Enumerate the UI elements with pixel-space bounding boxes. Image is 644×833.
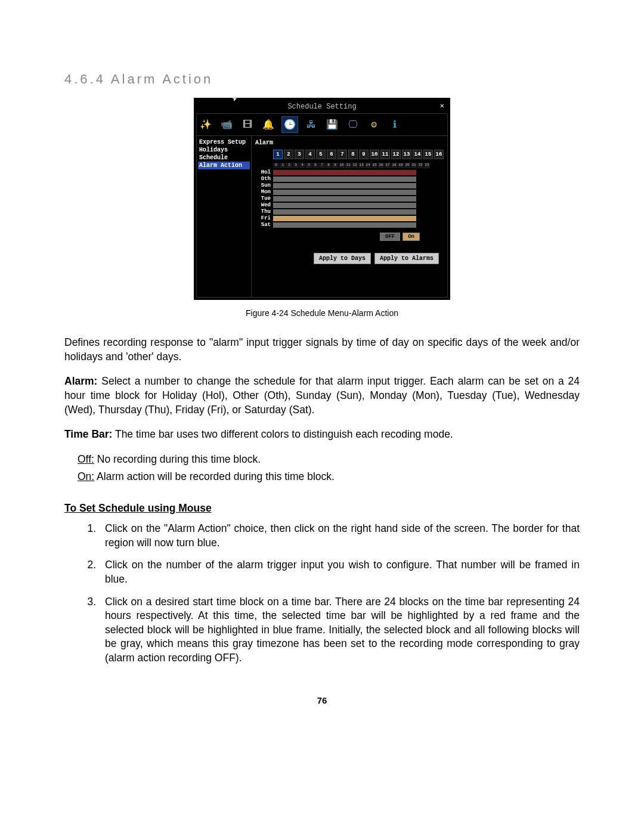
time-bar[interactable] [273, 196, 416, 202]
main-panel: Alarm 12345678910111213141516 0123456789… [252, 136, 447, 297]
off-line: Off: No recording during this time block… [78, 453, 580, 467]
alarm-number-7[interactable]: 7 [338, 150, 347, 159]
day-row-sun: Sun [255, 182, 444, 188]
alarm-number-10[interactable]: 10 [370, 150, 379, 159]
alarm-number-row: 12345678910111213141516 [273, 150, 444, 159]
day-label: Thu [255, 209, 273, 215]
day-row-wed: Wed [255, 202, 444, 208]
day-row-fri: Fri [255, 215, 444, 221]
hour-cell: 13 [358, 163, 365, 168]
alarm-number-8[interactable]: 8 [348, 150, 358, 159]
hour-cell: 17 [385, 163, 391, 168]
hour-cell: 4 [299, 163, 306, 168]
info-icon[interactable]: ℹ [387, 117, 402, 132]
sidebar-item-schedule[interactable]: Schedule [198, 154, 250, 162]
day-label: Sun [255, 182, 273, 188]
steps-list: Click on the "Alarm Action" choice, then… [64, 522, 580, 665]
alarm-number-16[interactable]: 16 [434, 150, 444, 159]
step-1: Click on the "Alarm Action" choice, then… [99, 522, 580, 550]
hour-cell: 2 [286, 163, 293, 168]
apply-to-alarms-button[interactable]: Apply to Alarms [374, 253, 439, 264]
reel-icon[interactable]: 🎞 [240, 117, 255, 132]
step-2: Click on the number of the alarm trigger… [99, 558, 580, 586]
hour-cell: 7 [319, 163, 326, 168]
schedule-icon[interactable]: 🕒 [281, 116, 298, 133]
day-label: Mon [255, 189, 273, 195]
hour-cell: 14 [365, 163, 371, 168]
alarm-number-2[interactable]: 2 [284, 150, 293, 159]
day-label: Hol [255, 169, 273, 175]
time-bar[interactable] [273, 170, 416, 175]
timebar-paragraph: Time Bar: The time bar uses two differen… [64, 428, 580, 442]
alarm-number-13[interactable]: 13 [402, 150, 411, 159]
hour-cell: 23 [424, 163, 431, 168]
time-bar[interactable] [273, 176, 416, 182]
network-icon[interactable]: 🖧 [304, 117, 319, 132]
hour-cell: 15 [371, 163, 378, 168]
sidebar-item-holidays[interactable]: Holidays [198, 146, 250, 154]
off-label: Off: [78, 453, 94, 465]
app-window: ➤ Schedule Setting ✕ ✨ 📹 🎞 🔔 🕒 🖧 💾 🖵 ⚙ ℹ… [194, 98, 450, 300]
day-rows: HolOthSunMonTueWedThuFriSat [255, 169, 444, 228]
off-text: No recording during this time block. [94, 453, 261, 465]
alarm-number-3[interactable]: 3 [295, 150, 304, 159]
time-bar[interactable] [273, 183, 416, 188]
monitor-icon[interactable]: 🖵 [345, 117, 361, 132]
alarm-number-15[interactable]: 15 [423, 150, 433, 159]
hour-cell: 16 [378, 163, 385, 168]
hour-cell: 22 [417, 163, 424, 168]
alarm-number-6[interactable]: 6 [327, 150, 336, 159]
time-bar[interactable] [273, 209, 416, 215]
alarm-number-4[interactable]: 4 [305, 150, 315, 159]
hour-cell: 0 [273, 163, 280, 168]
sidebar-item-express-setup[interactable]: Express Setup [198, 138, 250, 146]
timebar-label: Time Bar: [64, 428, 112, 440]
alarm-number-5[interactable]: 5 [316, 150, 326, 159]
time-bar[interactable] [273, 190, 416, 195]
day-label: Fri [255, 215, 273, 221]
day-label: Tue [255, 196, 273, 202]
day-row-hol: Hol [255, 169, 444, 175]
hour-cell: 10 [339, 163, 345, 168]
alarm-number-11[interactable]: 11 [380, 150, 390, 159]
hour-cell: 11 [345, 163, 352, 168]
day-row-thu: Thu [255, 209, 444, 215]
camera-icon[interactable]: 📹 [219, 117, 234, 132]
page-number: 76 [64, 695, 580, 705]
alarm-paragraph: Alarm: Select a number to change the sch… [64, 374, 580, 417]
on-label: On: [78, 470, 94, 482]
hour-cell: 6 [312, 163, 319, 168]
window-titlebar: Schedule Setting ✕ [196, 100, 448, 113]
on-text: Alarm action will be recorded during thi… [94, 470, 335, 482]
legend: OFF On [255, 233, 444, 241]
time-bar[interactable] [273, 216, 416, 221]
time-bar[interactable] [273, 203, 416, 208]
day-label: Sat [255, 222, 273, 228]
disk-icon[interactable]: 💾 [324, 117, 340, 132]
hour-cell: 8 [326, 163, 332, 168]
alarm-number-12[interactable]: 12 [391, 150, 401, 159]
hour-cell: 12 [352, 163, 358, 168]
alarm-number-14[interactable]: 14 [413, 150, 422, 159]
close-icon[interactable]: ✕ [440, 101, 444, 110]
day-row-mon: Mon [255, 189, 444, 195]
gear-icon[interactable]: ⚙ [366, 117, 382, 132]
alarm-number-9[interactable]: 9 [359, 150, 369, 159]
hour-cell: 18 [391, 163, 398, 168]
hour-ruler: 01234567891011121314151617181920212223 [273, 163, 444, 168]
sidebar: Express Setup Holidays Schedule Alarm Ac… [197, 136, 252, 297]
day-label: Wed [255, 202, 273, 208]
alarm-number-1[interactable]: 1 [273, 150, 283, 159]
step-3: Click on a desired start time block on a… [99, 595, 580, 665]
sidebar-item-alarm-action[interactable]: Alarm Action [198, 162, 250, 169]
alarm-text: Select a number to change the schedule f… [64, 375, 580, 415]
apply-to-days-button[interactable]: Apply to Days [314, 253, 371, 264]
bell-icon[interactable]: 🔔 [261, 117, 276, 132]
legend-off: OFF [380, 233, 400, 241]
day-label: Oth [255, 176, 273, 182]
window-title: Schedule Setting [287, 103, 356, 111]
wand-icon[interactable]: ✨ [198, 117, 213, 132]
hour-cell: 19 [398, 163, 404, 168]
timebar-text: The time bar uses two different colors t… [112, 428, 453, 440]
time-bar[interactable] [273, 222, 416, 228]
